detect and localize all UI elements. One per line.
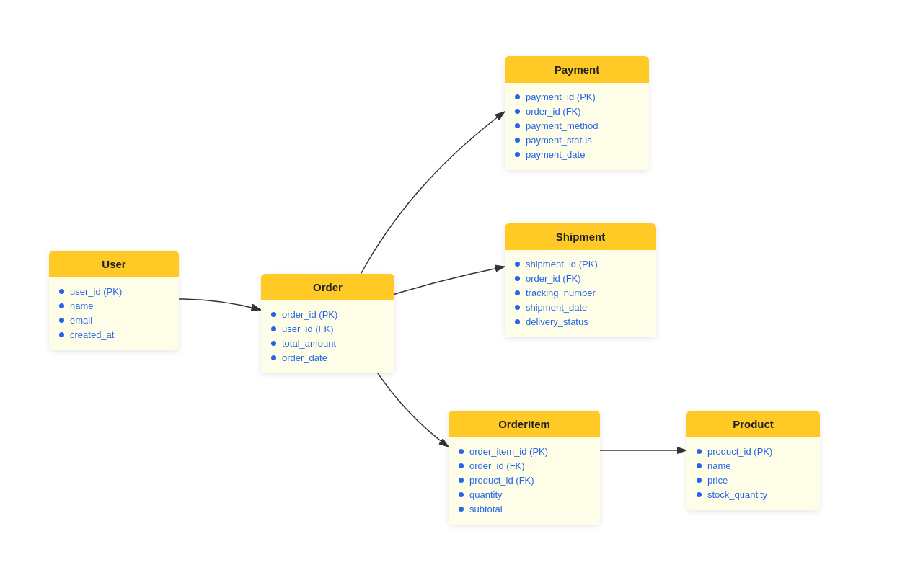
field-order-3: total_amount: [271, 338, 383, 349]
field-user-3: email: [59, 315, 167, 326]
field-orderitem-5: subtotal: [459, 504, 588, 514]
field-orderitem-4: quantity: [459, 489, 588, 500]
field-payment-1: payment_id (PK): [515, 92, 637, 102]
entity-orderitem-body: order_item_id (PK) order_id (FK) product…: [449, 437, 600, 525]
field-shipment-3: tracking_number: [515, 288, 645, 298]
entity-product: Product product_id (PK) name price stock…: [686, 411, 820, 510]
diagram-container: User user_id (PK) name email created_at …: [0, 0, 923, 588]
entity-user-body: user_id (PK) name email created_at: [49, 277, 179, 350]
entity-orderitem-header: OrderItem: [449, 411, 600, 437]
field-payment-4: payment_status: [515, 135, 637, 146]
field-user-4: created_at: [59, 329, 167, 340]
field-shipment-5: delivery_status: [515, 316, 645, 327]
entity-user: User user_id (PK) name email created_at: [49, 251, 179, 350]
field-shipment-2: order_id (FK): [515, 273, 645, 284]
field-user-2: name: [59, 300, 167, 311]
entity-shipment-body: shipment_id (PK) order_id (FK) tracking_…: [505, 250, 656, 337]
field-product-1: product_id (PK): [697, 446, 808, 457]
field-order-1: order_id (PK): [271, 309, 383, 320]
entity-orderitem: OrderItem order_item_id (PK) order_id (F…: [449, 411, 600, 525]
entity-order-header: Order: [261, 274, 394, 300]
entity-order: Order order_id (PK) user_id (FK) total_a…: [261, 274, 394, 373]
field-orderitem-3: product_id (FK): [459, 475, 588, 486]
field-payment-3: payment_method: [515, 120, 637, 131]
entity-payment: Payment payment_id (PK) order_id (FK) pa…: [505, 56, 649, 170]
entity-user-header: User: [49, 251, 179, 277]
entity-product-body: product_id (PK) name price stock_quantit…: [686, 437, 820, 510]
field-product-2: name: [697, 460, 808, 471]
field-order-4: order_date: [271, 352, 383, 363]
entity-shipment: Shipment shipment_id (PK) order_id (FK) …: [505, 223, 656, 337]
entity-payment-header: Payment: [505, 56, 649, 83]
field-order-2: user_id (FK): [271, 324, 383, 334]
field-shipment-1: shipment_id (PK): [515, 259, 645, 270]
entity-order-body: order_id (PK) user_id (FK) total_amount …: [261, 300, 394, 373]
field-user-1: user_id (PK): [59, 286, 167, 297]
entity-product-header: Product: [686, 411, 820, 437]
entity-shipment-header: Shipment: [505, 223, 656, 250]
field-shipment-4: shipment_date: [515, 302, 645, 313]
field-payment-2: order_id (FK): [515, 106, 637, 117]
field-product-3: price: [697, 475, 808, 486]
field-orderitem-2: order_id (FK): [459, 460, 588, 471]
field-payment-5: payment_date: [515, 149, 637, 160]
field-orderitem-1: order_item_id (PK): [459, 446, 588, 457]
entity-payment-body: payment_id (PK) order_id (FK) payment_me…: [505, 83, 649, 170]
field-product-4: stock_quantity: [697, 489, 808, 500]
